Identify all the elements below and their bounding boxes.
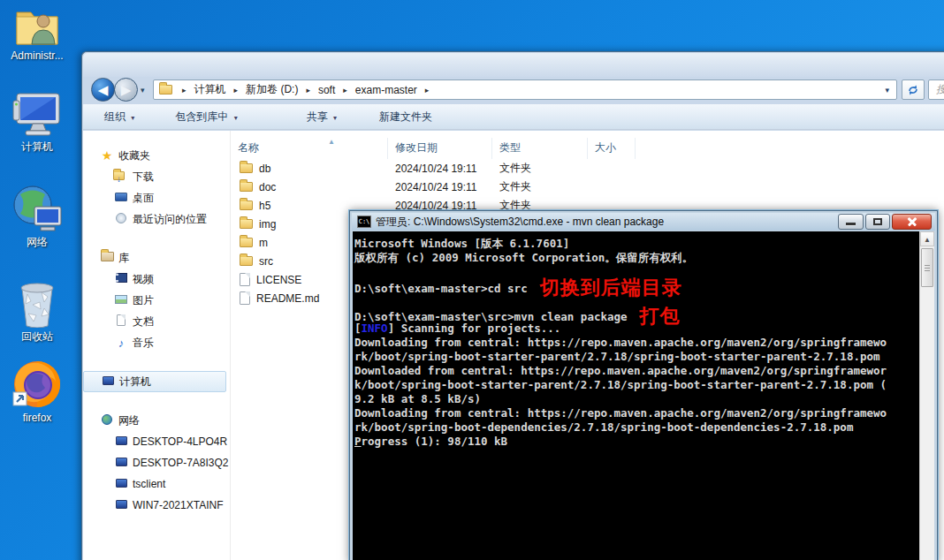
- folder-icon: [240, 201, 253, 210]
- history-dropdown-icon[interactable]: ▾: [141, 86, 145, 95]
- sidebar-item-win7-2021xtainf[interactable]: WIN7-2021XTAINF: [83, 495, 230, 516]
- console-line: rk/boot/spring-boot-dependencies/2.7.18/…: [354, 420, 918, 435]
- console-line: Downloaded from central: https://repo.ma…: [354, 364, 918, 378]
- explorer-titlebar[interactable]: [83, 53, 944, 77]
- desktop: Administr... 计算机 网络 回收站: [0, 0, 944, 560]
- desktop-icon-label: firefox: [0, 412, 74, 424]
- star-icon: ★: [99, 148, 115, 163]
- sidebar-item-downloads[interactable]: ↓ 下载: [83, 166, 230, 187]
- close-button[interactable]: [892, 214, 932, 230]
- sidebar-label: WIN7-2021XTAINF: [133, 499, 223, 511]
- folder-icon: [240, 238, 253, 247]
- new-folder-label: 新建文件夹: [379, 110, 432, 123]
- search-input[interactable]: 搜索: [928, 79, 944, 100]
- cmd-scrollbar[interactable]: ▲: [919, 231, 934, 560]
- refresh-button[interactable]: [902, 79, 925, 100]
- sidebar-label: DESKTOP-7A8I3Q2: [133, 457, 229, 469]
- sidebar-item-tsclient[interactable]: tsclient: [83, 473, 230, 495]
- desktop-icon-computer[interactable]: 计算机: [0, 92, 74, 155]
- share-button[interactable]: 共享 ▾: [298, 106, 346, 128]
- console-line: Microsoft Windows [版本 6.1.7601]: [354, 237, 918, 251]
- sidebar-label: 库: [118, 251, 129, 266]
- desktop-icon-recycle-bin[interactable]: 回收站: [0, 278, 74, 344]
- folder-icon: [240, 182, 253, 192]
- breadcrumb-soft[interactable]: soft: [316, 84, 337, 96]
- annotation-package: 打包: [640, 305, 681, 327]
- sidebar-item-music[interactable]: ♪ 音乐: [83, 332, 230, 353]
- breadcrumb-computer[interactable]: 计算机: [193, 82, 228, 97]
- progress-text: rogress (1): 98/110 kB: [362, 435, 508, 448]
- cmd-titlebar[interactable]: C:\ 管理员: C:\Windows\System32\cmd.exe - m…: [352, 213, 935, 231]
- computer-icon: [11, 92, 63, 138]
- forward-button[interactable]: ▶: [114, 78, 138, 102]
- share-label: 共享: [307, 110, 328, 123]
- cmd-title-text: 管理员: C:\Windows\System32\cmd.exe - mvn c…: [376, 215, 664, 230]
- sidebar-label: 视频: [133, 272, 154, 287]
- console-line-info: [INFO] Scanning for projects...: [354, 322, 918, 336]
- sidebar-item-pictures[interactable]: 图片: [83, 290, 230, 311]
- file-name: src: [259, 255, 273, 268]
- column-label: 大小: [595, 141, 616, 154]
- file-row-doc[interactable]: doc 2024/10/24 19:11 文件夹: [231, 178, 944, 196]
- sidebar-item-recent-places[interactable]: 最近访问的位置: [83, 208, 230, 230]
- cmd-icon: C:\: [357, 216, 371, 228]
- column-header-name[interactable]: 名称 ▲: [231, 138, 388, 159]
- sidebar-item-network[interactable]: 网络: [83, 410, 230, 431]
- column-header-type[interactable]: 类型: [492, 138, 588, 159]
- back-button[interactable]: ◀: [91, 78, 115, 102]
- explorer-nav-row: ◀ ▶ ▾ ▸ 计算机 ▸ 新加卷 (D:) ▸ soft ▸ exam-mas…: [86, 77, 944, 103]
- console-line-progress: Progress (1): 98/110 kB: [354, 435, 918, 449]
- desktop-icon-administrator[interactable]: Administr...: [0, 5, 74, 62]
- network-icon: [11, 184, 63, 233]
- sidebar-item-desktop-4lpo4r[interactable]: DESKTOP-4LPO4R: [83, 431, 230, 452]
- folder-icon: [240, 219, 253, 229]
- sidebar-item-computer[interactable]: 计算机: [83, 371, 226, 392]
- desktop-icon-firefox[interactable]: firefox: [0, 359, 74, 424]
- pc-icon: [113, 457, 129, 469]
- file-date: 2024/10/24 19:11: [388, 181, 492, 193]
- sidebar-item-desktop-7a8i3q2[interactable]: DESKTOP-7A8I3Q2: [83, 452, 230, 473]
- breadcrumb-separator-icon: ▸: [228, 86, 245, 95]
- address-dropdown-icon[interactable]: ▾: [885, 86, 896, 95]
- sidebar-label: 音乐: [133, 336, 154, 351]
- chevron-down-icon: ▾: [333, 114, 337, 122]
- minimize-button[interactable]: [838, 214, 864, 230]
- organize-button[interactable]: 组织 ▾: [95, 106, 143, 128]
- breadcrumb-exam-master[interactable]: exam-master: [354, 84, 419, 96]
- sidebar-item-libraries[interactable]: 库: [83, 247, 230, 269]
- console-line: 版权所有 (c) 2009 Microsoft Corporation。保留所有…: [354, 251, 918, 265]
- bracket: [: [354, 322, 362, 335]
- desktop-icon-label: 计算机: [0, 140, 74, 155]
- new-folder-button[interactable]: 新建文件夹: [370, 106, 441, 128]
- desktop-icon-label: Administr...: [0, 49, 74, 62]
- folder-icon: [240, 256, 253, 266]
- sidebar-item-desktop[interactable]: 桌面: [83, 187, 230, 208]
- breadcrumb-separator-icon: ▸: [337, 86, 354, 95]
- cmd-console[interactable]: Microsoft Windows [版本 6.1.7601] 版权所有 (c)…: [353, 231, 934, 560]
- console-line: Downloading from central: https://repo.m…: [354, 336, 918, 350]
- sidebar-item-favorites[interactable]: ★ 收藏夹: [83, 145, 230, 166]
- desktop-icon-network[interactable]: 网络: [0, 184, 74, 250]
- file-type: 文件夹: [492, 161, 588, 176]
- include-in-library-button[interactable]: 包含到库中 ▾: [166, 106, 246, 128]
- column-header-size[interactable]: 大小: [588, 138, 636, 159]
- breadcrumb-drive-d[interactable]: 新加卷 (D:): [244, 82, 300, 97]
- videos-icon: [113, 273, 129, 285]
- info-text: ] Scanning for projects...: [388, 322, 561, 335]
- sidebar-item-documents[interactable]: 文档: [83, 311, 230, 332]
- restore-button[interactable]: [865, 214, 890, 230]
- file-name: h5: [259, 200, 270, 212]
- scrollbar-up-icon[interactable]: ▲: [920, 231, 934, 246]
- annotation-cd-src: 切换到后端目录: [540, 276, 682, 299]
- file-row-db[interactable]: db 2024/10/24 19:11 文件夹: [231, 159, 944, 178]
- explorer-toolbar: 组织 ▾ 包含到库中 ▾ 共享 ▾ 新建文件夹: [83, 104, 944, 130]
- sidebar-label: 收藏夹: [118, 148, 150, 163]
- sidebar-item-videos[interactable]: 视频: [83, 269, 230, 290]
- file-icon: [240, 291, 250, 305]
- console-line-prompt2: D:\soft\exam-master\src>mvn clean packag…: [354, 307, 918, 322]
- network-icon: [99, 414, 115, 428]
- column-header-date[interactable]: 修改日期: [388, 138, 492, 159]
- scrollbar-thumb[interactable]: [921, 248, 933, 287]
- address-bar[interactable]: ▸ 计算机 ▸ 新加卷 (D:) ▸ soft ▸ exam-master ▸ …: [153, 79, 897, 100]
- info-tag: INFO: [362, 322, 388, 335]
